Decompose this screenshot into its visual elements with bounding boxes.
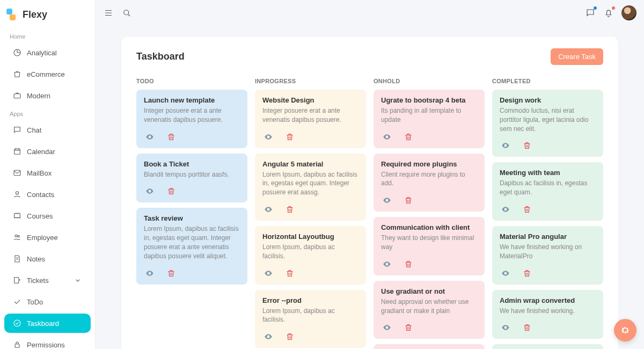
- task-desc: Lorem Ipsum, dapibus ac facilisis.: [262, 243, 358, 261]
- delete-icon[interactable]: [521, 322, 533, 333]
- sidebar-item-ecommerce[interactable]: eCommerce: [4, 64, 91, 84]
- column-title: ONHOLD: [374, 78, 485, 84]
- sidebar-item-todo[interactable]: ToDo: [4, 292, 91, 311]
- task-desc: Commodo luctus, nisi erat porttitor ligu…: [500, 106, 596, 133]
- task-card[interactable]: Task reviewLorem Ipsum, dapibus ac facil…: [136, 208, 247, 284]
- delete-icon[interactable]: [165, 131, 177, 143]
- sidebar-item-label: ToDo: [27, 298, 43, 306]
- brand-logo[interactable]: Flexy: [0, 0, 95, 29]
- sidebar-item-courses[interactable]: Courses: [4, 206, 91, 226]
- column-title: TODO: [136, 78, 247, 84]
- brand-logo-icon: [6, 9, 18, 20]
- view-icon[interactable]: [262, 131, 274, 143]
- sidebar-item-contacts[interactable]: Contacts: [4, 185, 91, 204]
- view-icon[interactable]: [144, 185, 156, 197]
- view-icon[interactable]: [262, 203, 274, 215]
- bag-icon: [13, 70, 21, 78]
- gear-icon: [620, 325, 631, 336]
- delete-icon[interactable]: [521, 203, 533, 215]
- view-icon[interactable]: [381, 131, 393, 143]
- task-card[interactable]: Ugrate to bootsrap 4 betaIts panding in …: [374, 90, 485, 148]
- settings-fab[interactable]: [614, 319, 636, 341]
- task-desc: Blandit tempus porttitor aasfs.: [144, 170, 240, 179]
- task-card[interactable]: Website DesignInteger posuere erat a ant…: [255, 90, 366, 148]
- task-card[interactable]: Learning Angular 5Task is now completed …: [492, 344, 603, 349]
- task-desc: Lorem Ipsum, dapibus ac facilisis in, eg…: [144, 224, 240, 260]
- task-card[interactable]: Book a TicketBlandit tempus porttitor aa…: [136, 154, 247, 203]
- menu-toggle-icon[interactable]: [103, 8, 114, 18]
- task-card[interactable]: Meeting with teamDapibus ac facilisis in…: [492, 162, 603, 221]
- section-home: Home: [0, 29, 95, 42]
- task-card[interactable]: Horizontal LayoutbugLorem Ipsum, dapibus…: [255, 226, 366, 285]
- task-card[interactable]: Use gradiant or notNeed approval on whet…: [374, 281, 485, 339]
- sidebar-item-taskboard[interactable]: Taskboard: [4, 314, 91, 333]
- view-icon[interactable]: [500, 322, 511, 333]
- task-desc: Client require more plugins to add.: [381, 170, 477, 188]
- search-icon[interactable]: [121, 8, 132, 18]
- view-icon[interactable]: [144, 267, 156, 279]
- messages-icon[interactable]: [585, 8, 596, 18]
- sidebar-item-label: Taskboard: [27, 319, 59, 328]
- sidebar-item-calendar[interactable]: Calendar: [4, 142, 91, 161]
- view-icon[interactable]: [381, 258, 393, 270]
- task-card[interactable]: Give review on the productCommodo luctus…: [374, 344, 485, 349]
- task-card[interactable]: Required more pluginsClient require more…: [374, 154, 485, 212]
- task-title: Admin wrap converted: [500, 296, 596, 304]
- sidebar-item-label: Permissions: [27, 341, 65, 349]
- delete-icon[interactable]: [284, 203, 296, 215]
- task-title: Ugrate to bootsrap 4 beta: [381, 96, 477, 104]
- view-icon[interactable]: [500, 267, 511, 279]
- delete-icon[interactable]: [402, 194, 414, 206]
- sidebar-item-tickets[interactable]: Tickets: [4, 271, 91, 290]
- view-icon[interactable]: [262, 331, 274, 343]
- delete-icon[interactable]: [284, 331, 296, 343]
- svg-point-6: [18, 235, 19, 237]
- task-title: Design work: [500, 96, 596, 104]
- sidebar-item-permissions[interactable]: Permissions: [4, 335, 91, 349]
- view-icon[interactable]: [381, 322, 393, 333]
- task-card[interactable]: Admin wrap convertedWe have finished wor…: [492, 290, 603, 339]
- delete-icon[interactable]: [521, 267, 533, 279]
- avatar[interactable]: [621, 5, 636, 20]
- view-icon[interactable]: [500, 140, 511, 151]
- sidebar-item-label: Tickets: [27, 277, 49, 285]
- section-apps: Apps: [0, 106, 95, 119]
- content: Taskboard Creare Task TODO Launch new te…: [96, 26, 644, 349]
- delete-icon[interactable]: [284, 131, 296, 143]
- view-icon[interactable]: [381, 194, 393, 206]
- delete-icon[interactable]: [402, 131, 414, 143]
- delete-icon[interactable]: [402, 258, 414, 270]
- task-card[interactable]: Launch new templateInteger posuere erat …: [136, 90, 247, 148]
- task-card[interactable]: Error --prodLorem Ipsum, dapibus ac faci…: [255, 290, 366, 348]
- task-actions: [381, 192, 477, 206]
- notifications-icon[interactable]: [603, 8, 614, 18]
- task-title: Required more plugins: [381, 160, 477, 168]
- sidebar-item-notes[interactable]: Notes: [4, 249, 91, 268]
- delete-icon[interactable]: [165, 267, 177, 279]
- sidebar-item-modern[interactable]: Modern: [4, 86, 91, 105]
- sidebar-item-label: Chat: [27, 126, 41, 134]
- task-card[interactable]: Angular 5 materialLorem Ipsum, dapibus a…: [255, 154, 366, 221]
- sidebar-item-mailbox[interactable]: MailBox: [4, 163, 91, 183]
- column-title: COMPLETED: [492, 78, 603, 84]
- messages-badge: [594, 6, 597, 10]
- create-task-button[interactable]: Creare Task: [551, 48, 603, 65]
- delete-icon[interactable]: [402, 322, 414, 333]
- delete-icon[interactable]: [165, 185, 177, 197]
- task-actions: [262, 329, 358, 343]
- task-card[interactable]: Material Pro angularWe have finished wor…: [492, 226, 603, 285]
- sidebar-item-employee[interactable]: Employee: [4, 228, 91, 247]
- delete-icon[interactable]: [284, 267, 296, 279]
- svg-rect-3: [14, 170, 20, 175]
- delete-icon[interactable]: [521, 140, 533, 151]
- sidebar-item-analytical[interactable]: Analytical: [4, 43, 91, 62]
- view-icon[interactable]: [500, 203, 511, 215]
- sidebar-item-chat[interactable]: Chat: [4, 120, 91, 140]
- task-desc: We have finished working on MaterialPro: [500, 243, 596, 261]
- task-title: Horizontal Layoutbug: [262, 232, 358, 241]
- task-card[interactable]: Communication with clientThey want to de…: [374, 217, 485, 275]
- view-icon[interactable]: [144, 131, 156, 143]
- task-card[interactable]: Design workCommodo luctus, nisi erat por…: [492, 90, 603, 157]
- task-actions: [381, 319, 477, 333]
- view-icon[interactable]: [262, 267, 274, 279]
